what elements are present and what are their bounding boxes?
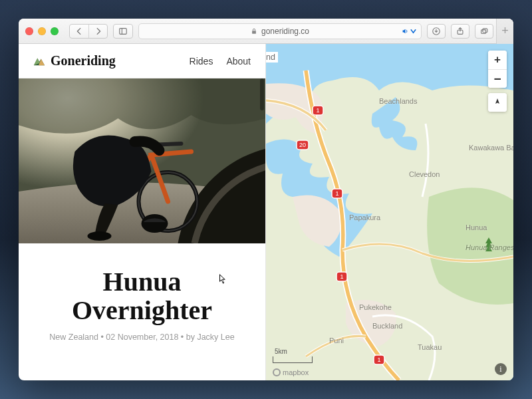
mapbox-logo-icon <box>273 368 281 376</box>
lock-icon <box>251 28 257 35</box>
forward-button[interactable] <box>88 25 107 38</box>
back-button[interactable] <box>70 25 88 38</box>
svg-point-10 <box>88 231 112 241</box>
site-nav: Rides About <box>190 56 251 66</box>
map-label-kawakawa: Kawakawa Bay <box>469 144 513 152</box>
downloads-button[interactable] <box>427 24 446 39</box>
svg-point-11 <box>142 214 168 233</box>
map-canvas[interactable]: 1 20 1 1 1 <box>266 44 513 380</box>
site-header: Goneriding Rides About <box>19 44 265 78</box>
map-attribution[interactable]: mapbox <box>273 368 309 376</box>
close-window-button[interactable] <box>25 27 33 35</box>
map-scale: 5km <box>273 348 313 363</box>
map-label-hunua: Hunua <box>466 223 487 231</box>
browser-window: goneriding.co + <box>19 19 513 380</box>
traffic-lights <box>25 27 59 35</box>
map-compass-button[interactable] <box>488 93 507 112</box>
map-pane[interactable]: 1 20 1 1 1 nd Beachlands Kawakawa Bay Cl… <box>266 44 513 380</box>
new-tab-button[interactable]: + <box>496 19 513 44</box>
nav-back-forward <box>69 24 108 39</box>
brand-logo-icon <box>33 56 45 66</box>
scrollbar-thumb[interactable] <box>260 78 264 110</box>
speaker-icon <box>402 27 409 35</box>
svg-rect-5 <box>481 29 486 33</box>
article-title: Hunua Overnighter <box>36 267 248 325</box>
svg-text:1: 1 <box>316 107 319 114</box>
article-header: Hunua Overnighter New Zealand • 02 Novem… <box>19 243 265 348</box>
svg-text:1: 1 <box>335 190 338 197</box>
map-scale-text: 5km <box>275 348 313 355</box>
hero-image <box>19 78 265 243</box>
zoom-out-button[interactable]: − <box>488 69 507 88</box>
nav-about[interactable]: About <box>226 56 251 66</box>
brand-name: Goneriding <box>51 53 116 68</box>
zoom-in-button[interactable]: + <box>488 51 507 69</box>
map-zoom-controls: + − <box>488 51 507 88</box>
browser-toolbar: goneriding.co + <box>19 19 513 44</box>
svg-rect-6 <box>483 29 487 33</box>
map-label-pukekohe: Pukekohe <box>359 303 392 311</box>
nav-rides[interactable]: Rides <box>190 56 213 66</box>
page-content: Goneriding Rides About <box>19 44 513 380</box>
map-label-buckland: Buckland <box>372 322 402 330</box>
map-label-papakura: Papakura <box>349 213 380 221</box>
url-text: goneriding.co <box>261 27 309 36</box>
svg-rect-0 <box>120 28 127 34</box>
compass-icon <box>493 98 502 107</box>
svg-text:1: 1 <box>377 356 380 363</box>
svg-rect-2 <box>252 31 256 34</box>
share-button[interactable] <box>451 24 469 39</box>
map-info-button[interactable]: i <box>495 363 507 375</box>
zoom-window-button[interactable] <box>51 27 59 35</box>
tab-audio-indicator[interactable] <box>402 27 417 35</box>
map-label-auckland-peek: nd <box>266 52 278 63</box>
brand[interactable]: Goneriding <box>33 53 116 68</box>
map-label-clevedon: Clevedon <box>409 170 440 178</box>
map-label-hunua-ranges: Hunua Ranges <box>466 243 513 251</box>
svg-text:20: 20 <box>299 142 306 148</box>
article-pane: Goneriding Rides About <box>19 44 266 380</box>
map-label-tuakau: Tuakau <box>418 343 442 351</box>
map-label-puni: Puni <box>329 336 344 344</box>
minimize-window-button[interactable] <box>38 27 46 35</box>
svg-text:1: 1 <box>340 273 343 280</box>
tabs-button[interactable] <box>475 24 493 39</box>
sidebar-toggle[interactable] <box>113 24 133 39</box>
article-meta: New Zealand • 02 November, 2018 • by Jac… <box>36 332 248 342</box>
map-label-beachlands: Beachlands <box>379 97 418 105</box>
address-bar[interactable]: goneriding.co <box>138 23 422 39</box>
